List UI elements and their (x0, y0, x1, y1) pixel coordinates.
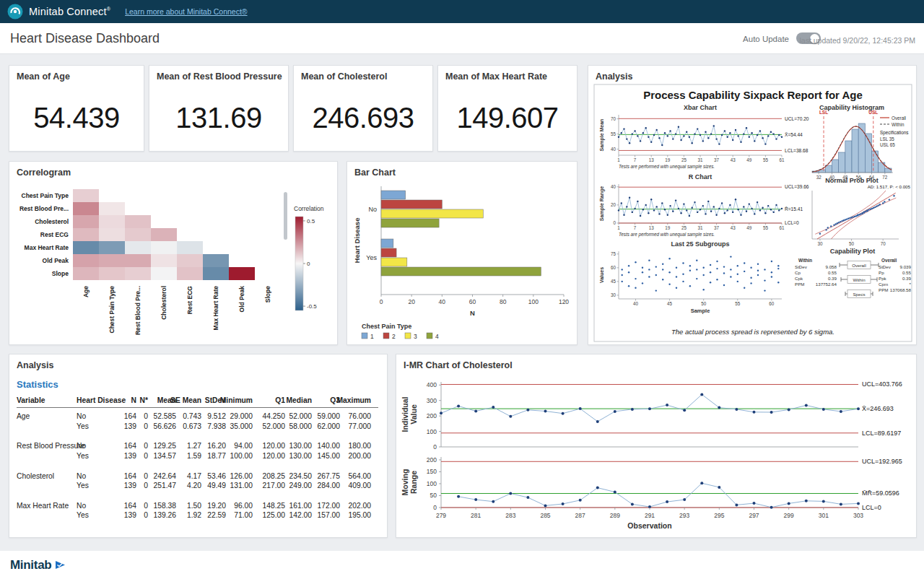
statistics-panel: Analysis Statistics VariableHeart Diseas… (9, 354, 388, 538)
svg-text:137752.64: 137752.64 (816, 282, 837, 287)
svg-text:31: 31 (697, 225, 703, 230)
svg-text:Cpm: Cpm (879, 282, 888, 287)
minitab-connect-logo-icon (7, 4, 23, 19)
svg-text:Tests are performed with unequ: Tests are performed with unequal sample … (619, 164, 715, 170)
svg-text:120: 120 (559, 298, 569, 305)
svg-text:Values: Values (599, 267, 604, 283)
kpi-value: 54.439 (9, 102, 144, 134)
minitab-logo-mark-icon (54, 559, 66, 571)
kpi-value: 131.69 (149, 102, 288, 134)
svg-text:70: 70 (611, 116, 616, 121)
svg-text:Chest Pain Type: Chest Pain Type (22, 192, 69, 199)
svg-text:45: 45 (667, 301, 673, 306)
svg-text:25: 25 (681, 157, 687, 162)
svg-text:USL 65: USL 65 (880, 142, 895, 147)
kpi-value: 149.607 (438, 102, 577, 134)
svg-text:The actual process spread is r: The actual process spread is represented… (671, 328, 834, 336)
svg-text:150: 150 (427, 468, 437, 475)
svg-text:USL: USL (868, 110, 878, 115)
svg-text:43: 43 (731, 157, 736, 162)
svg-text:Overall: Overall (881, 258, 897, 263)
stats-cell: No (77, 502, 86, 510)
svg-text:StDev: StDev (795, 264, 808, 269)
kpi-value: 246.693 (294, 102, 432, 134)
svg-text:7: 7 (634, 157, 637, 162)
svg-text:80: 80 (500, 298, 507, 305)
svg-text:LCL=0: LCL=0 (785, 220, 799, 225)
stats-cell: 180.00 (322, 442, 371, 450)
svg-text:45: 45 (611, 279, 616, 284)
svg-text:Max Heart Rate: Max Heart Rate (212, 286, 219, 331)
kpi-title: Mean of Cholesterol (301, 71, 387, 82)
svg-text:Within: Within (892, 122, 905, 127)
kpi-card-mean-age: Mean of Age 54.439 (9, 65, 144, 152)
bar-chart-panel: Bar Chart 020406080100120NoYesHeart Dise… (346, 161, 578, 345)
svg-text:295: 295 (714, 512, 724, 519)
svg-text:Cp: Cp (795, 270, 801, 275)
svg-text:Chest Pain Type: Chest Pain Type (108, 286, 116, 334)
panel-title: Correlogram (17, 167, 71, 178)
svg-text:Last 25 Subgroups: Last 25 Subgroups (671, 240, 729, 248)
svg-text:297: 297 (749, 512, 759, 519)
footer: Minitab (0, 551, 924, 579)
svg-text:LSL: LSL (819, 110, 828, 115)
svg-text:0.39: 0.39 (902, 276, 912, 281)
kpi-title: Mean of Max Heart Rate (445, 71, 547, 82)
svg-text:Ppk: Ppk (879, 276, 887, 281)
capability-sixpack-chart: Process Capability Sixpack Report for Ag… (588, 66, 918, 346)
svg-text:LCL=0: LCL=0 (862, 504, 881, 511)
minitab-logo-text: Minitab (10, 558, 51, 573)
svg-text:R̄=15.41: R̄=15.41 (785, 206, 803, 212)
svg-text:7: 7 (634, 225, 637, 230)
stats-cell: 77.000 (322, 422, 371, 430)
stats-cell: Rest Blood Pressure (17, 442, 84, 450)
statistics-table: VariableHeart DiseaseNN*MeanSE MeanStDev… (9, 354, 388, 539)
brand-name: Minitab Connect® (29, 6, 110, 17)
svg-text:61: 61 (779, 225, 785, 230)
svg-text:Slope: Slope (264, 286, 271, 302)
svg-text:Rest Blood Pre...: Rest Blood Pre... (134, 286, 141, 335)
svg-text:Observation: Observation (627, 521, 671, 530)
svg-text:LCL=38.68: LCL=38.68 (785, 148, 808, 153)
svg-text:283: 283 (505, 512, 515, 519)
svg-text:X̄=54.44: X̄=54.44 (785, 132, 803, 137)
svg-text:55: 55 (763, 225, 769, 230)
stats-cell: No (77, 472, 86, 480)
svg-text:Sample Mean: Sample Mean (599, 119, 605, 152)
svg-text:3: 3 (414, 333, 417, 340)
svg-text:LSL 35: LSL 35 (880, 136, 894, 142)
svg-text:Old Peak: Old Peak (238, 286, 245, 313)
stats-header-rule (17, 407, 378, 408)
learn-more-link[interactable]: Learn more about Minitab Connect® (125, 7, 247, 16)
kpi-card-mean-max-hr: Mean of Max Heart Rate 149.607 (437, 65, 578, 152)
svg-text:0.55: 0.55 (902, 270, 912, 275)
imr-control-chart: 0100200300400UCL=403.766X̄=246.693LCL=89… (396, 354, 918, 539)
svg-text:Slope: Slope (52, 270, 69, 277)
svg-text:0: 0 (380, 298, 383, 305)
heart-disease-bar-chart: 020406080100120NoYesHeart DiseaseNChest … (347, 162, 578, 346)
svg-text:19: 19 (665, 157, 671, 162)
panel-title: Bar Chart (354, 167, 396, 178)
svg-text:0.5: 0.5 (307, 218, 315, 225)
svg-text:60: 60 (469, 298, 476, 305)
kpi-title: Mean of Age (17, 71, 70, 82)
svg-text:300: 300 (427, 397, 437, 404)
stats-cell: 202.00 (322, 502, 371, 510)
svg-text:0: 0 (307, 261, 310, 267)
svg-text:37: 37 (714, 225, 720, 230)
dashboard-content: Mean of Age 54.439 Mean of Rest Blood Pr… (0, 54, 924, 551)
svg-text:0.55: 0.55 (828, 270, 837, 275)
svg-text:Chest Pain Type: Chest Pain Type (362, 323, 411, 330)
stats-cell: No (77, 442, 86, 450)
svg-text:200: 200 (427, 412, 437, 419)
panel-title: I-MR Chart of Cholesterol (404, 360, 513, 370)
svg-text:Cpk: Cpk (795, 276, 803, 281)
svg-text:25: 25 (681, 225, 687, 230)
svg-text:Within: Within (798, 258, 812, 263)
svg-text:PPM: PPM (879, 287, 888, 292)
svg-text:N: N (470, 309, 475, 317)
svg-text:StDev: StDev (879, 264, 892, 269)
svg-text:50: 50 (849, 241, 855, 246)
svg-text:Capability Plot: Capability Plot (830, 248, 876, 255)
svg-text:281: 281 (471, 512, 481, 519)
